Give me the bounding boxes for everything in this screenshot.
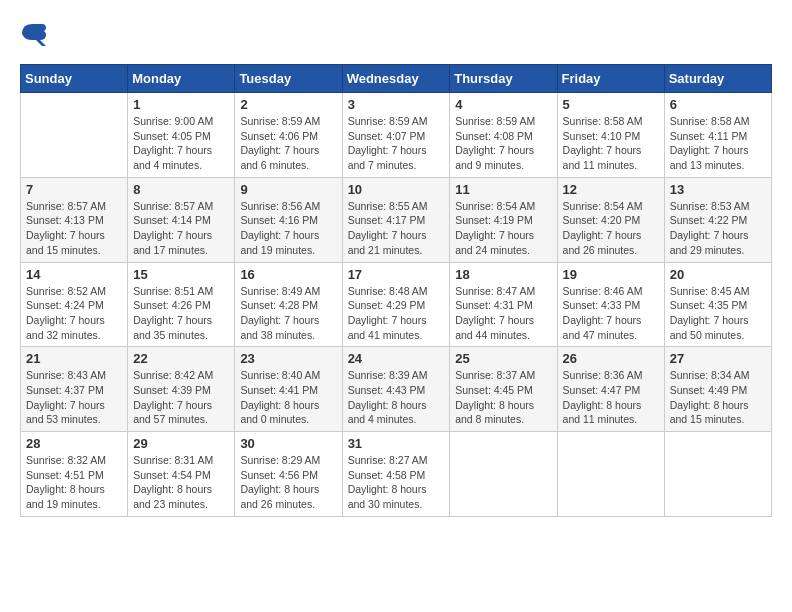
calendar-cell — [557, 432, 664, 517]
calendar-cell: 30Sunrise: 8:29 AM Sunset: 4:56 PM Dayli… — [235, 432, 342, 517]
day-info: Sunrise: 8:48 AM Sunset: 4:29 PM Dayligh… — [348, 284, 445, 343]
calendar-cell: 6Sunrise: 8:58 AM Sunset: 4:11 PM Daylig… — [664, 93, 771, 178]
day-number: 26 — [563, 351, 659, 366]
day-number: 20 — [670, 267, 766, 282]
day-info: Sunrise: 8:47 AM Sunset: 4:31 PM Dayligh… — [455, 284, 551, 343]
day-number: 22 — [133, 351, 229, 366]
page-header — [20, 20, 772, 48]
day-info: Sunrise: 9:00 AM Sunset: 4:05 PM Dayligh… — [133, 114, 229, 173]
day-info: Sunrise: 8:53 AM Sunset: 4:22 PM Dayligh… — [670, 199, 766, 258]
day-info: Sunrise: 8:59 AM Sunset: 4:07 PM Dayligh… — [348, 114, 445, 173]
day-info: Sunrise: 8:57 AM Sunset: 4:13 PM Dayligh… — [26, 199, 122, 258]
day-number: 25 — [455, 351, 551, 366]
calendar-week-row: 21Sunrise: 8:43 AM Sunset: 4:37 PM Dayli… — [21, 347, 772, 432]
day-number: 1 — [133, 97, 229, 112]
day-info: Sunrise: 8:51 AM Sunset: 4:26 PM Dayligh… — [133, 284, 229, 343]
day-number: 29 — [133, 436, 229, 451]
day-number: 19 — [563, 267, 659, 282]
day-number: 9 — [240, 182, 336, 197]
calendar-cell: 1Sunrise: 9:00 AM Sunset: 4:05 PM Daylig… — [128, 93, 235, 178]
calendar-cell: 24Sunrise: 8:39 AM Sunset: 4:43 PM Dayli… — [342, 347, 450, 432]
day-number: 6 — [670, 97, 766, 112]
day-info: Sunrise: 8:58 AM Sunset: 4:10 PM Dayligh… — [563, 114, 659, 173]
calendar-cell: 18Sunrise: 8:47 AM Sunset: 4:31 PM Dayli… — [450, 262, 557, 347]
day-number: 7 — [26, 182, 122, 197]
day-number: 13 — [670, 182, 766, 197]
calendar-cell: 31Sunrise: 8:27 AM Sunset: 4:58 PM Dayli… — [342, 432, 450, 517]
day-info: Sunrise: 8:59 AM Sunset: 4:06 PM Dayligh… — [240, 114, 336, 173]
day-number: 15 — [133, 267, 229, 282]
day-info: Sunrise: 8:40 AM Sunset: 4:41 PM Dayligh… — [240, 368, 336, 427]
calendar-week-row: 7Sunrise: 8:57 AM Sunset: 4:13 PM Daylig… — [21, 177, 772, 262]
day-info: Sunrise: 8:37 AM Sunset: 4:45 PM Dayligh… — [455, 368, 551, 427]
calendar-cell: 27Sunrise: 8:34 AM Sunset: 4:49 PM Dayli… — [664, 347, 771, 432]
calendar-cell: 15Sunrise: 8:51 AM Sunset: 4:26 PM Dayli… — [128, 262, 235, 347]
calendar-cell: 12Sunrise: 8:54 AM Sunset: 4:20 PM Dayli… — [557, 177, 664, 262]
day-of-week-header: Thursday — [450, 65, 557, 93]
day-info: Sunrise: 8:43 AM Sunset: 4:37 PM Dayligh… — [26, 368, 122, 427]
calendar-cell: 17Sunrise: 8:48 AM Sunset: 4:29 PM Dayli… — [342, 262, 450, 347]
day-info: Sunrise: 8:39 AM Sunset: 4:43 PM Dayligh… — [348, 368, 445, 427]
day-info: Sunrise: 8:29 AM Sunset: 4:56 PM Dayligh… — [240, 453, 336, 512]
calendar-cell: 13Sunrise: 8:53 AM Sunset: 4:22 PM Dayli… — [664, 177, 771, 262]
day-number: 16 — [240, 267, 336, 282]
calendar-cell: 2Sunrise: 8:59 AM Sunset: 4:06 PM Daylig… — [235, 93, 342, 178]
calendar-cell: 7Sunrise: 8:57 AM Sunset: 4:13 PM Daylig… — [21, 177, 128, 262]
day-number: 3 — [348, 97, 445, 112]
day-info: Sunrise: 8:34 AM Sunset: 4:49 PM Dayligh… — [670, 368, 766, 427]
day-info: Sunrise: 8:52 AM Sunset: 4:24 PM Dayligh… — [26, 284, 122, 343]
day-info: Sunrise: 8:57 AM Sunset: 4:14 PM Dayligh… — [133, 199, 229, 258]
day-info: Sunrise: 8:32 AM Sunset: 4:51 PM Dayligh… — [26, 453, 122, 512]
calendar-cell: 10Sunrise: 8:55 AM Sunset: 4:17 PM Dayli… — [342, 177, 450, 262]
calendar-cell: 26Sunrise: 8:36 AM Sunset: 4:47 PM Dayli… — [557, 347, 664, 432]
day-number: 27 — [670, 351, 766, 366]
day-info: Sunrise: 8:59 AM Sunset: 4:08 PM Dayligh… — [455, 114, 551, 173]
calendar-cell: 21Sunrise: 8:43 AM Sunset: 4:37 PM Dayli… — [21, 347, 128, 432]
calendar-cell: 22Sunrise: 8:42 AM Sunset: 4:39 PM Dayli… — [128, 347, 235, 432]
calendar-cell: 14Sunrise: 8:52 AM Sunset: 4:24 PM Dayli… — [21, 262, 128, 347]
day-info: Sunrise: 8:31 AM Sunset: 4:54 PM Dayligh… — [133, 453, 229, 512]
day-number: 4 — [455, 97, 551, 112]
day-number: 10 — [348, 182, 445, 197]
calendar-cell: 4Sunrise: 8:59 AM Sunset: 4:08 PM Daylig… — [450, 93, 557, 178]
day-of-week-header: Saturday — [664, 65, 771, 93]
day-number: 30 — [240, 436, 336, 451]
day-info: Sunrise: 8:27 AM Sunset: 4:58 PM Dayligh… — [348, 453, 445, 512]
day-number: 28 — [26, 436, 122, 451]
calendar-cell: 9Sunrise: 8:56 AM Sunset: 4:16 PM Daylig… — [235, 177, 342, 262]
calendar-week-row: 1Sunrise: 9:00 AM Sunset: 4:05 PM Daylig… — [21, 93, 772, 178]
day-info: Sunrise: 8:46 AM Sunset: 4:33 PM Dayligh… — [563, 284, 659, 343]
calendar-week-row: 14Sunrise: 8:52 AM Sunset: 4:24 PM Dayli… — [21, 262, 772, 347]
logo-icon — [20, 20, 48, 48]
day-number: 5 — [563, 97, 659, 112]
day-info: Sunrise: 8:42 AM Sunset: 4:39 PM Dayligh… — [133, 368, 229, 427]
day-number: 11 — [455, 182, 551, 197]
day-of-week-header: Tuesday — [235, 65, 342, 93]
day-info: Sunrise: 8:54 AM Sunset: 4:20 PM Dayligh… — [563, 199, 659, 258]
day-number: 18 — [455, 267, 551, 282]
calendar-table: SundayMondayTuesdayWednesdayThursdayFrid… — [20, 64, 772, 517]
day-of-week-header: Sunday — [21, 65, 128, 93]
calendar-cell: 20Sunrise: 8:45 AM Sunset: 4:35 PM Dayli… — [664, 262, 771, 347]
day-number: 31 — [348, 436, 445, 451]
calendar-header-row: SundayMondayTuesdayWednesdayThursdayFrid… — [21, 65, 772, 93]
day-info: Sunrise: 8:45 AM Sunset: 4:35 PM Dayligh… — [670, 284, 766, 343]
day-number: 14 — [26, 267, 122, 282]
calendar-cell: 25Sunrise: 8:37 AM Sunset: 4:45 PM Dayli… — [450, 347, 557, 432]
day-number: 21 — [26, 351, 122, 366]
day-number: 17 — [348, 267, 445, 282]
calendar-cell: 28Sunrise: 8:32 AM Sunset: 4:51 PM Dayli… — [21, 432, 128, 517]
day-info: Sunrise: 8:49 AM Sunset: 4:28 PM Dayligh… — [240, 284, 336, 343]
day-info: Sunrise: 8:55 AM Sunset: 4:17 PM Dayligh… — [348, 199, 445, 258]
day-number: 23 — [240, 351, 336, 366]
logo — [20, 20, 52, 48]
calendar-cell: 8Sunrise: 8:57 AM Sunset: 4:14 PM Daylig… — [128, 177, 235, 262]
day-of-week-header: Monday — [128, 65, 235, 93]
day-number: 8 — [133, 182, 229, 197]
day-info: Sunrise: 8:56 AM Sunset: 4:16 PM Dayligh… — [240, 199, 336, 258]
day-of-week-header: Wednesday — [342, 65, 450, 93]
calendar-cell — [664, 432, 771, 517]
calendar-cell: 3Sunrise: 8:59 AM Sunset: 4:07 PM Daylig… — [342, 93, 450, 178]
day-info: Sunrise: 8:54 AM Sunset: 4:19 PM Dayligh… — [455, 199, 551, 258]
calendar-cell: 19Sunrise: 8:46 AM Sunset: 4:33 PM Dayli… — [557, 262, 664, 347]
